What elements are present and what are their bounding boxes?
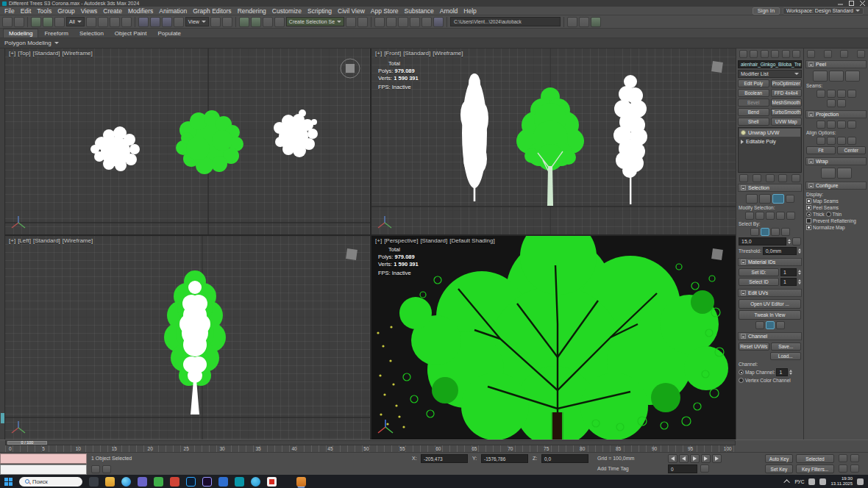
edge-subobject-icon[interactable] xyxy=(759,194,771,204)
collapse-icon[interactable] xyxy=(741,334,746,339)
taskbar-app-telegram[interactable] xyxy=(251,477,260,487)
planar-map-icon[interactable] xyxy=(817,121,825,129)
tweak-in-view-button[interactable]: Tweak In View xyxy=(739,310,801,320)
material-editor-icon[interactable] xyxy=(433,17,444,27)
viewcube[interactable] xyxy=(708,57,727,76)
angle-snap-icon[interactable] xyxy=(251,17,261,27)
collapse-icon[interactable] xyxy=(741,185,746,190)
scene-explorer-icon[interactable] xyxy=(374,17,385,27)
best-align-icon[interactable] xyxy=(847,137,856,145)
taskbar-app-task-view[interactable] xyxy=(89,477,99,487)
layer-explorer-icon[interactable] xyxy=(386,17,396,27)
rollout-configure[interactable]: Configure xyxy=(805,182,867,190)
uv-tool-icon[interactable] xyxy=(776,321,785,329)
planar-angle-icon[interactable] xyxy=(761,228,769,236)
workspace-selector[interactable]: Workspace: Design Standard xyxy=(783,7,864,15)
menu-substance[interactable]: Substance xyxy=(402,7,437,15)
presets-icon[interactable] xyxy=(840,50,848,58)
select-and-place-icon[interactable] xyxy=(174,17,184,27)
viewport-menu-general[interactable]: [+] xyxy=(375,237,382,244)
rollout-wrap[interactable]: Wrap xyxy=(805,157,867,165)
key-filters-button[interactable]: Key Filters... xyxy=(796,464,834,473)
viewport-top[interactable]: [+] [Top] [Standard] [Wireframe] xyxy=(5,49,370,234)
set-id-button[interactable]: Set ID: xyxy=(739,268,779,276)
viewcube[interactable] xyxy=(339,57,361,79)
hierarchy-tab-icon[interactable] xyxy=(761,50,769,58)
viewport-perspective[interactable]: [+] [Perspective] [Standard] [Default Sh… xyxy=(371,236,736,439)
ribbon-tab-freeform[interactable]: Freeform xyxy=(39,29,73,37)
front-view-scene[interactable] xyxy=(371,49,736,234)
lightbulb-icon[interactable] xyxy=(741,130,746,135)
time-slider-track[interactable]: 0 / 100 xyxy=(5,440,736,445)
modifier-button-shell[interactable]: Shell xyxy=(738,118,769,126)
select-id-button[interactable]: Select ID xyxy=(739,278,779,286)
menu-customize[interactable]: Customize xyxy=(269,7,305,15)
edit-seams-icon[interactable] xyxy=(817,90,825,98)
set-key-button[interactable]: Set Key xyxy=(765,464,793,473)
taskbar-app-youtube[interactable] xyxy=(267,477,277,487)
ribbon-tab-selection[interactable]: Selection xyxy=(74,29,109,37)
normalize-map-checkbox[interactable] xyxy=(806,225,811,230)
viewport-menu-general[interactable]: [+] xyxy=(9,50,15,57)
quick-peel-icon[interactable] xyxy=(813,71,828,82)
make-unique-icon[interactable] xyxy=(766,174,775,182)
ignore-backfacing-icon[interactable] xyxy=(750,228,759,236)
modifier-button-bevel[interactable]: Bevel xyxy=(738,98,769,107)
map-seams-checkbox[interactable] xyxy=(806,198,811,204)
planar-angle-field[interactable]: 15,0 xyxy=(739,237,786,245)
rollout-channel[interactable]: Channel xyxy=(738,332,802,340)
viewport-navigation-zoom-icon[interactable] xyxy=(839,454,847,462)
fit-button[interactable]: Fit xyxy=(806,146,836,154)
sign-in-button[interactable]: Sign In xyxy=(753,7,780,15)
map-channel-radio[interactable] xyxy=(739,370,744,375)
menu-animation[interactable]: Animation xyxy=(156,7,190,15)
paint-selection-icon[interactable] xyxy=(786,212,795,220)
select-by-smoothing-group-icon[interactable] xyxy=(771,228,780,236)
network-icon[interactable] xyxy=(808,478,815,485)
viewport-left[interactable]: [+] [Left] [Standard] [Wireframe] xyxy=(5,236,370,439)
ribbon-tab-object-paint[interactable]: Object Paint xyxy=(110,29,152,37)
map-channel-field[interactable]: 1 xyxy=(776,368,788,376)
spinner-icon[interactable] xyxy=(798,248,801,254)
isolate-selection-icon[interactable] xyxy=(91,465,100,473)
menu-modifiers[interactable]: Modifiers xyxy=(125,7,156,15)
create-tab-icon[interactable] xyxy=(739,50,747,58)
spinner-icon[interactable] xyxy=(798,270,801,275)
menu-file[interactable]: File xyxy=(1,7,18,15)
viewport-menu-pov[interactable]: [Perspective] xyxy=(384,237,418,244)
time-slider-handle[interactable]: 0 / 100 xyxy=(7,441,47,445)
viewport-layout-tab[interactable] xyxy=(1,413,4,423)
modifier-list-dropdown[interactable]: Modifier List xyxy=(738,70,802,78)
use-pivot-center-icon[interactable] xyxy=(210,17,221,27)
spherical-map-icon[interactable] xyxy=(837,121,846,129)
taskbar-app-green[interactable] xyxy=(154,477,163,487)
box-map-icon[interactable] xyxy=(847,121,856,129)
menu-civil-view[interactable]: Civil View xyxy=(335,7,368,15)
stack-item-unwrap-uvw[interactable]: Unwrap UVW xyxy=(739,129,800,137)
spline-map-icon[interactable] xyxy=(821,168,836,179)
cylindrical-map-icon[interactable] xyxy=(827,121,836,129)
spinner-icon[interactable] xyxy=(789,370,792,375)
peel-mode-icon[interactable] xyxy=(829,71,844,82)
help-icon[interactable] xyxy=(857,50,865,58)
align-icon[interactable] xyxy=(357,17,368,27)
rollout-projection[interactable]: Projection xyxy=(805,110,867,118)
viewport-menu-shading[interactable]: [Default Shading] xyxy=(449,237,494,244)
viewport-menu-pov[interactable]: [Left] xyxy=(18,237,31,244)
viewport-front[interactable]: [+] [Front] [Standard] [Wireframe] Total… xyxy=(371,49,736,234)
select-by-name-icon[interactable] xyxy=(98,17,108,27)
viewcube[interactable] xyxy=(708,245,727,264)
align-x-icon[interactable] xyxy=(817,137,825,145)
loop-selection-icon[interactable] xyxy=(776,212,785,220)
zoom-extents-icon[interactable] xyxy=(850,454,859,462)
collapse-icon[interactable] xyxy=(808,159,814,164)
taskbar-clock[interactable]: 19:30 13.11.2025 xyxy=(830,476,853,487)
menu-tools[interactable]: Tools xyxy=(34,7,54,15)
object-name-field[interactable]: alenhair_Ginkgo_Biloba_Tree_04 xyxy=(738,60,802,68)
viewport-menu-shading[interactable]: [Wireframe] xyxy=(62,50,92,57)
selection-filter-dropdown[interactable]: All xyxy=(66,17,85,26)
viewport-menu-general[interactable]: [+] xyxy=(375,50,382,57)
taskbar-search[interactable]: Поиск xyxy=(19,477,82,487)
spinner-snap-icon[interactable] xyxy=(274,17,285,27)
unfold-strip-icon[interactable] xyxy=(837,168,852,179)
